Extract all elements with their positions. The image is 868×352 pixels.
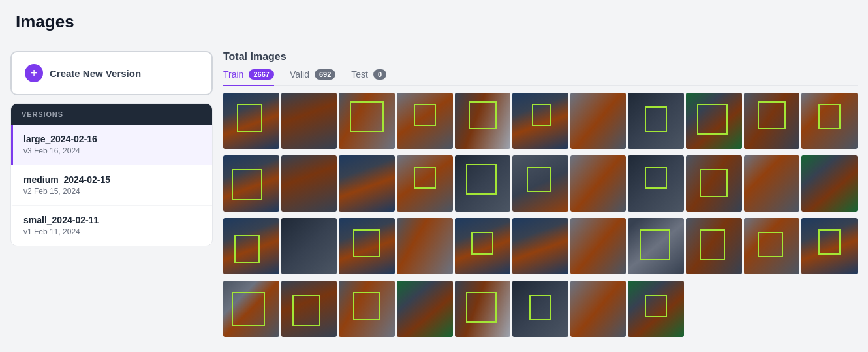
image-cell[interactable] bbox=[339, 218, 395, 274]
image-cell[interactable] bbox=[455, 155, 511, 212]
image-cell[interactable] bbox=[744, 155, 800, 212]
image-area: Total Images Train 2667 Valid 692 Test 0 bbox=[223, 51, 858, 342]
image-cell[interactable] bbox=[628, 281, 684, 337]
image-cell[interactable] bbox=[397, 155, 453, 212]
image-cell[interactable] bbox=[397, 218, 453, 274]
image-cell[interactable] bbox=[223, 155, 279, 212]
version-meta: v2 Feb 15, 2024 bbox=[23, 187, 202, 196]
image-cell[interactable] bbox=[223, 281, 279, 337]
image-cell[interactable] bbox=[397, 93, 453, 149]
image-cell[interactable] bbox=[628, 218, 684, 274]
image-cell[interactable] bbox=[281, 218, 337, 274]
image-cell[interactable] bbox=[512, 155, 568, 212]
tab-train-label: Train bbox=[223, 69, 243, 80]
image-cell[interactable] bbox=[281, 281, 337, 337]
plus-icon: + bbox=[25, 64, 43, 82]
image-cell[interactable] bbox=[628, 155, 684, 212]
tab-test-badge: 0 bbox=[373, 69, 386, 80]
version-meta: v1 Feb 11, 2024 bbox=[23, 227, 202, 236]
version-item[interactable]: small_2024-02-11 v1 Feb 11, 2024 bbox=[11, 206, 212, 246]
tab-valid-badge: 692 bbox=[315, 69, 335, 80]
create-version-label: Create New Version bbox=[50, 68, 141, 79]
image-cell[interactable] bbox=[397, 281, 453, 337]
tabs-bar: Train 2667 Valid 692 Test 0 bbox=[223, 69, 858, 86]
tab-valid-label: Valid bbox=[290, 69, 309, 80]
image-cell[interactable] bbox=[339, 155, 395, 212]
tab-train[interactable]: Train 2667 bbox=[223, 69, 274, 86]
versions-panel: VERSIONS large_2024-02-16 v3 Feb 16, 202… bbox=[10, 103, 213, 246]
image-cell[interactable] bbox=[455, 218, 511, 274]
page-title: Images bbox=[16, 12, 852, 32]
image-cell[interactable] bbox=[339, 281, 395, 337]
version-name: small_2024-02-11 bbox=[23, 215, 202, 225]
image-cell[interactable] bbox=[628, 93, 684, 149]
image-cell[interactable] bbox=[339, 93, 395, 149]
image-cell[interactable] bbox=[801, 93, 858, 149]
image-cell[interactable] bbox=[686, 93, 742, 149]
versions-header: VERSIONS bbox=[11, 104, 212, 125]
image-grid bbox=[223, 93, 858, 342]
total-images-label: Total Images bbox=[223, 51, 858, 63]
image-cell[interactable] bbox=[570, 281, 627, 337]
image-cell[interactable] bbox=[801, 155, 858, 212]
tab-valid[interactable]: Valid 692 bbox=[290, 69, 335, 86]
image-cell[interactable] bbox=[686, 155, 742, 212]
image-cell[interactable] bbox=[512, 281, 568, 337]
image-cell[interactable] bbox=[801, 218, 858, 274]
version-name: large_2024-02-16 bbox=[23, 134, 202, 144]
image-cell[interactable] bbox=[744, 218, 800, 274]
version-item[interactable]: medium_2024-02-15 v2 Feb 15, 2024 bbox=[11, 165, 212, 206]
tab-test-label: Test bbox=[351, 69, 368, 80]
image-cell[interactable] bbox=[223, 218, 279, 274]
tab-train-badge: 2667 bbox=[249, 69, 273, 80]
image-cell[interactable] bbox=[223, 93, 279, 149]
create-version-button[interactable]: + Create New Version bbox=[10, 51, 213, 95]
image-cell[interactable] bbox=[570, 155, 627, 212]
image-cell[interactable] bbox=[281, 155, 337, 212]
image-cell[interactable] bbox=[512, 93, 568, 149]
image-cell[interactable] bbox=[455, 93, 511, 149]
image-cell[interactable] bbox=[570, 93, 627, 149]
tab-test[interactable]: Test 0 bbox=[351, 69, 386, 86]
image-cell[interactable] bbox=[744, 93, 800, 149]
version-meta: v3 Feb 16, 2024 bbox=[23, 146, 202, 155]
sidebar: + Create New Version VERSIONS large_2024… bbox=[10, 51, 213, 342]
image-cell[interactable] bbox=[455, 281, 511, 337]
image-cell[interactable] bbox=[281, 93, 337, 149]
image-cell[interactable] bbox=[686, 218, 742, 274]
version-name: medium_2024-02-15 bbox=[23, 174, 202, 185]
version-item[interactable]: large_2024-02-16 v3 Feb 16, 2024 bbox=[11, 125, 212, 165]
image-cell[interactable] bbox=[570, 218, 627, 274]
image-cell[interactable] bbox=[512, 218, 568, 274]
